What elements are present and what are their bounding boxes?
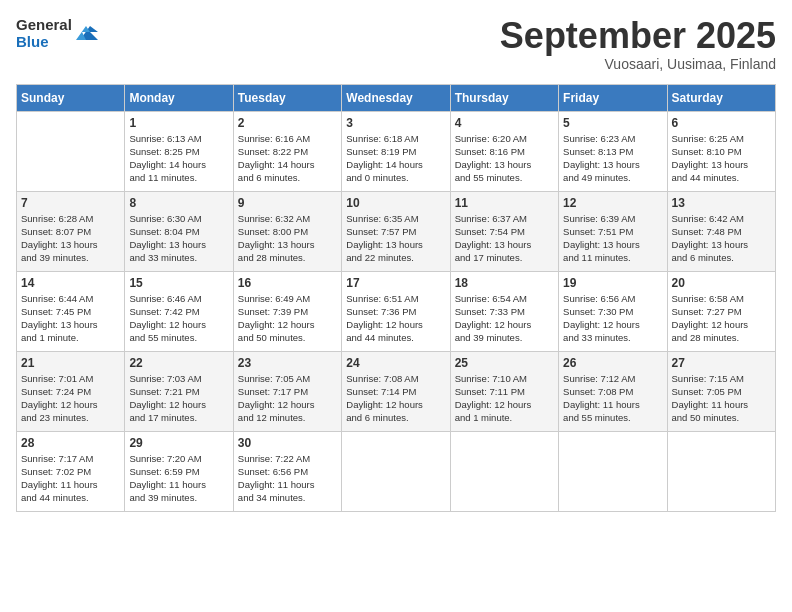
day-of-week-header: Thursday xyxy=(450,84,558,111)
day-number: 25 xyxy=(455,356,554,370)
calendar-cell: 3Sunrise: 6:18 AMSunset: 8:19 PMDaylight… xyxy=(342,111,450,191)
day-info: Sunrise: 7:12 AMSunset: 7:08 PMDaylight:… xyxy=(563,372,662,425)
calendar-cell: 5Sunrise: 6:23 AMSunset: 8:13 PMDaylight… xyxy=(559,111,667,191)
day-info: Sunrise: 7:10 AMSunset: 7:11 PMDaylight:… xyxy=(455,372,554,425)
day-info: Sunrise: 6:13 AMSunset: 8:25 PMDaylight:… xyxy=(129,132,228,185)
calendar-cell: 6Sunrise: 6:25 AMSunset: 8:10 PMDaylight… xyxy=(667,111,775,191)
day-number: 2 xyxy=(238,116,337,130)
day-number: 14 xyxy=(21,276,120,290)
day-number: 10 xyxy=(346,196,445,210)
day-info: Sunrise: 6:25 AMSunset: 8:10 PMDaylight:… xyxy=(672,132,771,185)
day-number: 11 xyxy=(455,196,554,210)
calendar-cell: 1Sunrise: 6:13 AMSunset: 8:25 PMDaylight… xyxy=(125,111,233,191)
day-number: 20 xyxy=(672,276,771,290)
calendar-cell xyxy=(559,431,667,511)
calendar-cell: 14Sunrise: 6:44 AMSunset: 7:45 PMDayligh… xyxy=(17,271,125,351)
calendar-cell: 26Sunrise: 7:12 AMSunset: 7:08 PMDayligh… xyxy=(559,351,667,431)
calendar-week-row: 21Sunrise: 7:01 AMSunset: 7:24 PMDayligh… xyxy=(17,351,776,431)
day-info: Sunrise: 6:46 AMSunset: 7:42 PMDaylight:… xyxy=(129,292,228,345)
calendar-cell: 11Sunrise: 6:37 AMSunset: 7:54 PMDayligh… xyxy=(450,191,558,271)
day-number: 23 xyxy=(238,356,337,370)
day-info: Sunrise: 6:20 AMSunset: 8:16 PMDaylight:… xyxy=(455,132,554,185)
day-info: Sunrise: 7:03 AMSunset: 7:21 PMDaylight:… xyxy=(129,372,228,425)
day-number: 28 xyxy=(21,436,120,450)
calendar-cell: 13Sunrise: 6:42 AMSunset: 7:48 PMDayligh… xyxy=(667,191,775,271)
day-info: Sunrise: 7:20 AMSunset: 6:59 PMDaylight:… xyxy=(129,452,228,505)
calendar-week-row: 7Sunrise: 6:28 AMSunset: 8:07 PMDaylight… xyxy=(17,191,776,271)
calendar-cell: 8Sunrise: 6:30 AMSunset: 8:04 PMDaylight… xyxy=(125,191,233,271)
day-info: Sunrise: 6:30 AMSunset: 8:04 PMDaylight:… xyxy=(129,212,228,265)
calendar-cell: 19Sunrise: 6:56 AMSunset: 7:30 PMDayligh… xyxy=(559,271,667,351)
day-info: Sunrise: 7:05 AMSunset: 7:17 PMDaylight:… xyxy=(238,372,337,425)
day-of-week-header: Friday xyxy=(559,84,667,111)
day-info: Sunrise: 6:39 AMSunset: 7:51 PMDaylight:… xyxy=(563,212,662,265)
day-info: Sunrise: 6:37 AMSunset: 7:54 PMDaylight:… xyxy=(455,212,554,265)
day-number: 4 xyxy=(455,116,554,130)
day-number: 18 xyxy=(455,276,554,290)
day-info: Sunrise: 6:35 AMSunset: 7:57 PMDaylight:… xyxy=(346,212,445,265)
calendar-week-row: 1Sunrise: 6:13 AMSunset: 8:25 PMDaylight… xyxy=(17,111,776,191)
calendar-cell: 21Sunrise: 7:01 AMSunset: 7:24 PMDayligh… xyxy=(17,351,125,431)
day-number: 1 xyxy=(129,116,228,130)
day-info: Sunrise: 6:18 AMSunset: 8:19 PMDaylight:… xyxy=(346,132,445,185)
day-info: Sunrise: 7:08 AMSunset: 7:14 PMDaylight:… xyxy=(346,372,445,425)
calendar-cell xyxy=(667,431,775,511)
day-of-week-header: Monday xyxy=(125,84,233,111)
day-info: Sunrise: 7:01 AMSunset: 7:24 PMDaylight:… xyxy=(21,372,120,425)
day-info: Sunrise: 6:32 AMSunset: 8:00 PMDaylight:… xyxy=(238,212,337,265)
day-number: 15 xyxy=(129,276,228,290)
calendar-cell xyxy=(17,111,125,191)
calendar-cell: 25Sunrise: 7:10 AMSunset: 7:11 PMDayligh… xyxy=(450,351,558,431)
day-info: Sunrise: 7:15 AMSunset: 7:05 PMDaylight:… xyxy=(672,372,771,425)
calendar-cell xyxy=(450,431,558,511)
day-of-week-header: Tuesday xyxy=(233,84,341,111)
day-number: 21 xyxy=(21,356,120,370)
day-info: Sunrise: 6:54 AMSunset: 7:33 PMDaylight:… xyxy=(455,292,554,345)
day-info: Sunrise: 6:42 AMSunset: 7:48 PMDaylight:… xyxy=(672,212,771,265)
day-number: 16 xyxy=(238,276,337,290)
day-info: Sunrise: 6:44 AMSunset: 7:45 PMDaylight:… xyxy=(21,292,120,345)
day-number: 27 xyxy=(672,356,771,370)
day-number: 30 xyxy=(238,436,337,450)
calendar-table: SundayMondayTuesdayWednesdayThursdayFrid… xyxy=(16,84,776,512)
title-block: September 2025 Vuosaari, Uusimaa, Finlan… xyxy=(500,16,776,72)
day-number: 19 xyxy=(563,276,662,290)
day-number: 12 xyxy=(563,196,662,210)
calendar-body: 1Sunrise: 6:13 AMSunset: 8:25 PMDaylight… xyxy=(17,111,776,511)
logo-icon xyxy=(76,22,98,44)
calendar-cell: 2Sunrise: 6:16 AMSunset: 8:22 PMDaylight… xyxy=(233,111,341,191)
calendar-cell: 15Sunrise: 6:46 AMSunset: 7:42 PMDayligh… xyxy=(125,271,233,351)
calendar-cell: 22Sunrise: 7:03 AMSunset: 7:21 PMDayligh… xyxy=(125,351,233,431)
month-title: September 2025 xyxy=(500,16,776,56)
day-info: Sunrise: 6:49 AMSunset: 7:39 PMDaylight:… xyxy=(238,292,337,345)
day-info: Sunrise: 7:22 AMSunset: 6:56 PMDaylight:… xyxy=(238,452,337,505)
day-info: Sunrise: 6:23 AMSunset: 8:13 PMDaylight:… xyxy=(563,132,662,185)
day-number: 6 xyxy=(672,116,771,130)
calendar-cell: 17Sunrise: 6:51 AMSunset: 7:36 PMDayligh… xyxy=(342,271,450,351)
calendar-cell xyxy=(342,431,450,511)
day-info: Sunrise: 6:51 AMSunset: 7:36 PMDaylight:… xyxy=(346,292,445,345)
logo: General Blue xyxy=(16,16,98,51)
day-number: 17 xyxy=(346,276,445,290)
day-info: Sunrise: 6:28 AMSunset: 8:07 PMDaylight:… xyxy=(21,212,120,265)
page-header: General Blue September 2025 Vuosaari, Uu… xyxy=(16,16,776,72)
day-of-week-header: Wednesday xyxy=(342,84,450,111)
calendar-cell: 9Sunrise: 6:32 AMSunset: 8:00 PMDaylight… xyxy=(233,191,341,271)
calendar-cell: 12Sunrise: 6:39 AMSunset: 7:51 PMDayligh… xyxy=(559,191,667,271)
day-of-week-header: Sunday xyxy=(17,84,125,111)
calendar-cell: 29Sunrise: 7:20 AMSunset: 6:59 PMDayligh… xyxy=(125,431,233,511)
day-info: Sunrise: 7:17 AMSunset: 7:02 PMDaylight:… xyxy=(21,452,120,505)
calendar-cell: 10Sunrise: 6:35 AMSunset: 7:57 PMDayligh… xyxy=(342,191,450,271)
calendar-cell: 18Sunrise: 6:54 AMSunset: 7:33 PMDayligh… xyxy=(450,271,558,351)
day-number: 26 xyxy=(563,356,662,370)
day-number: 8 xyxy=(129,196,228,210)
day-info: Sunrise: 6:56 AMSunset: 7:30 PMDaylight:… xyxy=(563,292,662,345)
day-number: 13 xyxy=(672,196,771,210)
day-number: 7 xyxy=(21,196,120,210)
calendar-cell: 28Sunrise: 7:17 AMSunset: 7:02 PMDayligh… xyxy=(17,431,125,511)
location: Vuosaari, Uusimaa, Finland xyxy=(500,56,776,72)
day-number: 29 xyxy=(129,436,228,450)
calendar-cell: 20Sunrise: 6:58 AMSunset: 7:27 PMDayligh… xyxy=(667,271,775,351)
calendar-cell: 16Sunrise: 6:49 AMSunset: 7:39 PMDayligh… xyxy=(233,271,341,351)
calendar-week-row: 14Sunrise: 6:44 AMSunset: 7:45 PMDayligh… xyxy=(17,271,776,351)
